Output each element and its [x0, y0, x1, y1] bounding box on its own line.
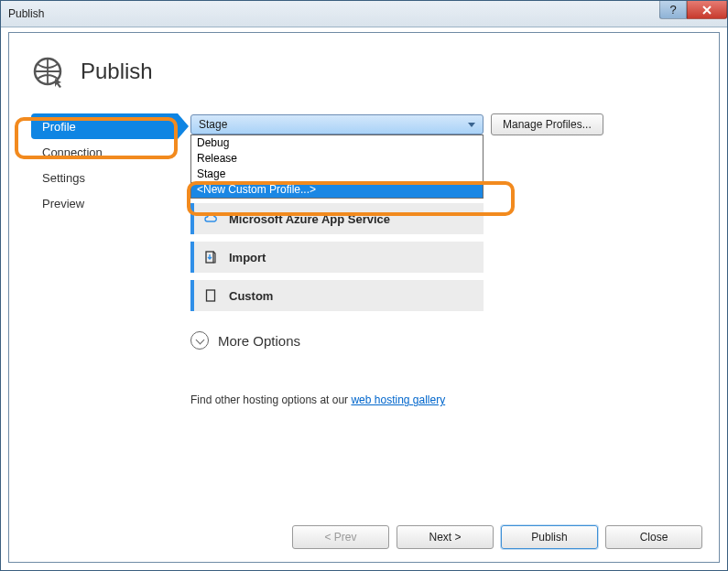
chevron-down-circle-icon — [190, 331, 209, 350]
hosting-prefix: Find other hosting options at our — [190, 393, 351, 406]
target-label: Custom — [229, 289, 273, 303]
sidebar-item-label: Profile — [42, 120, 76, 134]
profile-option-debug[interactable]: Debug — [191, 135, 483, 151]
profile-dropdown-list: Debug Release Stage <New Custom Profile.… — [190, 135, 484, 199]
profile-option-release[interactable]: Release — [191, 151, 483, 167]
cloud-icon — [203, 211, 218, 226]
profile-option-stage[interactable]: Stage — [191, 167, 483, 182]
title-bar: Publish ? — [1, 1, 727, 27]
profile-row: Stage Debug Release Stage <New Custom Pr… — [190, 113, 697, 135]
close-button[interactable]: Close — [605, 525, 702, 549]
window-controls: ? — [659, 1, 727, 19]
target-tile-import[interactable]: Import — [190, 242, 484, 273]
page-title: Publish — [81, 59, 153, 84]
main-column: Stage Debug Release Stage <New Custom Pr… — [190, 113, 697, 406]
prev-button: < Prev — [292, 525, 389, 549]
manage-profiles-label: Manage Profiles... — [503, 118, 592, 131]
chevron-down-icon — [464, 115, 479, 134]
sidebar-item-label: Preview — [42, 197, 84, 210]
client-area: Publish Profile Connection Settings Prev… — [8, 32, 720, 563]
svg-rect-2 — [207, 290, 215, 301]
sidebar-item-label: Connection — [42, 145, 103, 159]
header: Publish — [31, 55, 697, 88]
close-icon — [701, 5, 712, 16]
close-window-button[interactable] — [687, 1, 727, 19]
publish-globe-icon — [31, 55, 64, 88]
manage-profiles-button[interactable]: Manage Profiles... — [491, 113, 603, 135]
profile-combo-value: Stage — [199, 118, 227, 131]
sidebar: Profile Connection Settings Preview — [31, 113, 178, 216]
close-label: Close — [640, 531, 668, 544]
hosting-text: Find other hosting options at our web ho… — [190, 393, 697, 406]
import-icon — [203, 250, 218, 264]
web-hosting-gallery-link[interactable]: web hosting gallery — [351, 393, 445, 406]
footer-buttons: < Prev Next > Publish Close — [292, 525, 702, 549]
prev-label: < Prev — [324, 531, 356, 544]
next-button[interactable]: Next > — [397, 525, 494, 549]
target-label: Import — [229, 251, 266, 264]
window-title: Publish — [1, 7, 44, 20]
more-options-toggle[interactable]: More Options — [190, 331, 697, 350]
publish-window: Publish ? Publish Profi — [0, 0, 728, 571]
publish-targets: Microsoft Azure App Service Import — [190, 203, 484, 311]
sidebar-item-settings[interactable]: Settings — [31, 165, 178, 190]
sidebar-item-label: Settings — [42, 171, 85, 185]
sidebar-item-profile[interactable]: Profile — [31, 113, 178, 139]
sidebar-item-connection[interactable]: Connection — [31, 139, 178, 165]
more-options-label: More Options — [218, 333, 300, 349]
target-tile-custom[interactable]: Custom — [190, 280, 484, 311]
target-tile-azure[interactable]: Microsoft Azure App Service — [190, 203, 484, 234]
body: Profile Connection Settings Preview S — [31, 113, 697, 406]
publish-label: Publish — [531, 531, 567, 544]
publish-button[interactable]: Publish — [501, 525, 598, 549]
profile-dropdown[interactable]: Stage Debug Release Stage <New Custom Pr… — [190, 114, 484, 135]
target-label: Microsoft Azure App Service — [229, 212, 390, 226]
profile-combo[interactable]: Stage — [190, 114, 484, 135]
help-button[interactable]: ? — [659, 1, 687, 19]
next-label: Next > — [429, 531, 461, 544]
profile-option-new-custom[interactable]: <New Custom Profile...> — [191, 182, 483, 198]
document-icon — [203, 288, 218, 303]
sidebar-item-preview[interactable]: Preview — [31, 190, 178, 216]
